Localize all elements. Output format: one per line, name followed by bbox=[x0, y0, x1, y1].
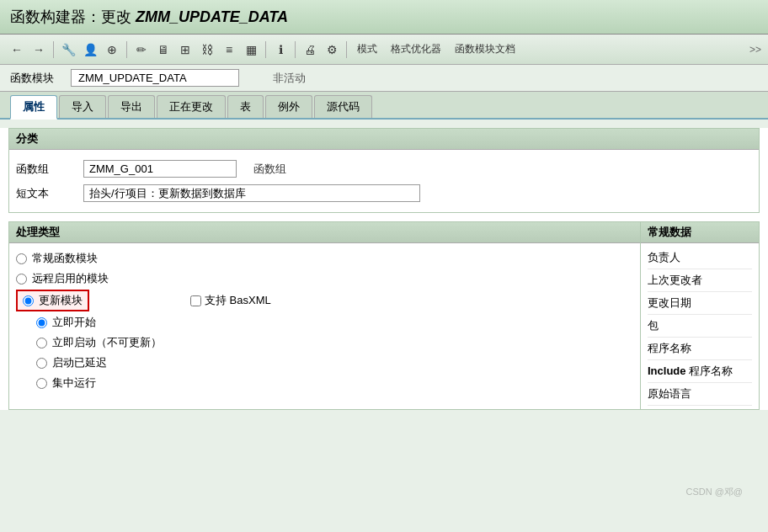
last-changed-by-label: 上次更改者 bbox=[648, 274, 702, 286]
program-name-row: 程序名称 bbox=[648, 338, 752, 360]
normal-module-radio[interactable] bbox=[16, 253, 27, 264]
last-changed-by-row: 上次更改者 bbox=[648, 269, 752, 292]
basxml-label: 支持 BasXML bbox=[205, 293, 271, 308]
remote-module-option[interactable]: 远程启用的模块 bbox=[16, 269, 633, 289]
change-date-row: 更改日期 bbox=[648, 292, 752, 315]
basxml-checkbox[interactable] bbox=[190, 295, 201, 306]
responsible-person-label: 负责人 bbox=[648, 251, 680, 263]
tab-export[interactable]: 导出 bbox=[108, 95, 155, 118]
function-group-extra: 函数组 bbox=[253, 162, 286, 177]
general-data-header: 常规数据 bbox=[641, 222, 759, 243]
main-content: 分类 函数组 函数组 短文本 处理类型 常规函数模块 bbox=[0, 128, 768, 410]
config-icon[interactable]: ⚙ bbox=[322, 40, 342, 60]
tab-source-code[interactable]: 源代码 bbox=[314, 95, 372, 118]
mode-button[interactable]: 模式 bbox=[351, 40, 383, 59]
delayed-label: 启动已延迟 bbox=[52, 355, 107, 370]
delayed-option[interactable]: 启动已延迟 bbox=[36, 353, 633, 373]
general-data-body: 负责人 上次更改者 更改日期 包 程序名称 Include 程序名称 bbox=[641, 243, 759, 409]
grid-icon[interactable]: ⊞ bbox=[175, 40, 195, 60]
original-language-label: 原始语言 bbox=[648, 387, 691, 400]
separator-5 bbox=[346, 41, 347, 58]
classification-body: 函数组 函数组 短文本 bbox=[9, 150, 759, 212]
pencil-icon[interactable]: ✏ bbox=[131, 40, 152, 60]
info-icon[interactable]: ℹ bbox=[270, 40, 291, 60]
classification-section: 分类 函数组 函数组 短文本 bbox=[8, 128, 760, 213]
align-icon[interactable]: ≡ bbox=[219, 40, 239, 60]
program-name-label: 程序名称 bbox=[648, 342, 691, 354]
short-text-row: 短文本 bbox=[16, 181, 752, 205]
processing-header: 处理类型 bbox=[9, 222, 640, 243]
remote-module-label: 远程启用的模块 bbox=[32, 271, 109, 286]
separator-4 bbox=[295, 41, 296, 58]
immediate-no-update-radio[interactable] bbox=[36, 338, 47, 348]
screen-icon[interactable]: 🖥 bbox=[153, 40, 173, 60]
tab-tables[interactable]: 表 bbox=[227, 95, 264, 118]
delayed-radio[interactable] bbox=[36, 358, 47, 369]
function-name: ZMM_UPDATE_DATA bbox=[136, 8, 288, 25]
original-language-row: 原始语言 bbox=[648, 383, 752, 406]
separator-2 bbox=[126, 41, 127, 58]
function-group-row: 函数组 函数组 bbox=[16, 157, 752, 181]
tab-exceptions[interactable]: 例外 bbox=[265, 95, 312, 118]
short-text-input[interactable] bbox=[83, 184, 420, 202]
update-module-label: 更新模块 bbox=[39, 293, 83, 308]
circle-icon[interactable]: ⊕ bbox=[102, 40, 122, 60]
classification-header: 分类 bbox=[9, 129, 759, 150]
table-icon[interactable]: ▦ bbox=[241, 40, 261, 60]
back-button[interactable]: ← bbox=[7, 40, 27, 60]
immediate-radio[interactable] bbox=[36, 317, 47, 328]
update-module-option[interactable]: 更新模块 bbox=[16, 290, 89, 311]
fm-status: 非活动 bbox=[273, 71, 306, 86]
function-group-input[interactable] bbox=[83, 160, 237, 178]
tab-changing[interactable]: 正在更改 bbox=[157, 95, 226, 118]
lower-section: 处理类型 常规函数模块 远程启用的模块 更新模块 bbox=[8, 221, 760, 410]
print-icon[interactable]: 🖨 bbox=[300, 40, 320, 60]
user-button[interactable]: 👤 bbox=[80, 40, 100, 60]
function-module-doc-button[interactable]: 函数模块文档 bbox=[449, 40, 521, 59]
immediate-label: 立即开始 bbox=[52, 315, 96, 330]
watermark: CSDN @邓@ bbox=[685, 486, 743, 498]
format-optimizer-button[interactable]: 格式优化器 bbox=[385, 40, 447, 59]
network-icon[interactable]: ⛓ bbox=[197, 40, 217, 60]
normal-module-option[interactable]: 常规函数模块 bbox=[16, 248, 633, 269]
title-prefix: 函数构建器：更改 bbox=[10, 8, 136, 25]
title-bar: 函数构建器：更改 ZMM_UPDATE_DATA bbox=[0, 0, 768, 35]
immediate-option[interactable]: 立即开始 bbox=[36, 312, 633, 332]
tabs-bar: 属性 导入 导出 正在更改 表 例外 源代码 bbox=[0, 92, 768, 120]
more-button[interactable]: >> bbox=[749, 44, 761, 56]
centralized-option[interactable]: 集中运行 bbox=[36, 373, 633, 393]
immediate-no-update-label: 立即启动（不可更新） bbox=[52, 335, 162, 350]
normal-module-label: 常规函数模块 bbox=[32, 251, 98, 266]
separator-1 bbox=[53, 41, 54, 58]
sub-radio-group: 立即开始 立即启动（不可更新） 启动已延迟 集中运行 bbox=[16, 312, 633, 393]
immediate-no-update-option[interactable]: 立即启动（不可更新） bbox=[36, 332, 633, 353]
include-program-row: Include 程序名称 bbox=[648, 360, 752, 383]
basxml-row: 支持 BasXML bbox=[190, 290, 271, 311]
tab-attributes[interactable]: 属性 bbox=[10, 95, 57, 120]
general-data-section: 常规数据 负责人 上次更改者 更改日期 包 程序名称 Include bbox=[641, 222, 759, 409]
package-label: 包 bbox=[648, 319, 659, 332]
processing-type-section: 处理类型 常规函数模块 远程启用的模块 更新模块 bbox=[9, 222, 641, 409]
toolbar: ← → 🔧 👤 ⊕ ✏ 🖥 ⊞ ⛓ ≡ ▦ ℹ 🖨 ⚙ 模式 格式优化器 函数模… bbox=[0, 35, 768, 65]
centralized-label: 集中运行 bbox=[52, 375, 96, 391]
forward-button[interactable]: → bbox=[29, 40, 49, 60]
fm-label: 函数模块 bbox=[10, 71, 54, 86]
package-row: 包 bbox=[648, 315, 752, 338]
tools-button[interactable]: 🔧 bbox=[58, 40, 78, 60]
page-title: 函数构建器：更改 ZMM_UPDATE_DATA bbox=[10, 7, 288, 27]
responsible-person-row: 负责人 bbox=[648, 247, 752, 269]
remote-module-radio[interactable] bbox=[16, 274, 27, 285]
update-module-radio[interactable] bbox=[23, 295, 34, 306]
tab-import[interactable]: 导入 bbox=[59, 95, 106, 118]
short-text-label: 短文本 bbox=[16, 186, 83, 201]
separator-3 bbox=[265, 41, 266, 58]
fm-bar: 函数模块 ZMM_UPDATE_DATA 非活动 bbox=[0, 65, 768, 92]
change-date-label: 更改日期 bbox=[648, 296, 691, 309]
include-program-label: Include 程序名称 bbox=[648, 364, 733, 379]
centralized-radio[interactable] bbox=[36, 378, 47, 389]
function-group-label: 函数组 bbox=[16, 162, 83, 177]
processing-radio-group: 常规函数模块 远程启用的模块 更新模块 支持 BasXML bbox=[9, 243, 640, 398]
fm-value[interactable]: ZMM_UPDATE_DATA bbox=[71, 69, 239, 87]
